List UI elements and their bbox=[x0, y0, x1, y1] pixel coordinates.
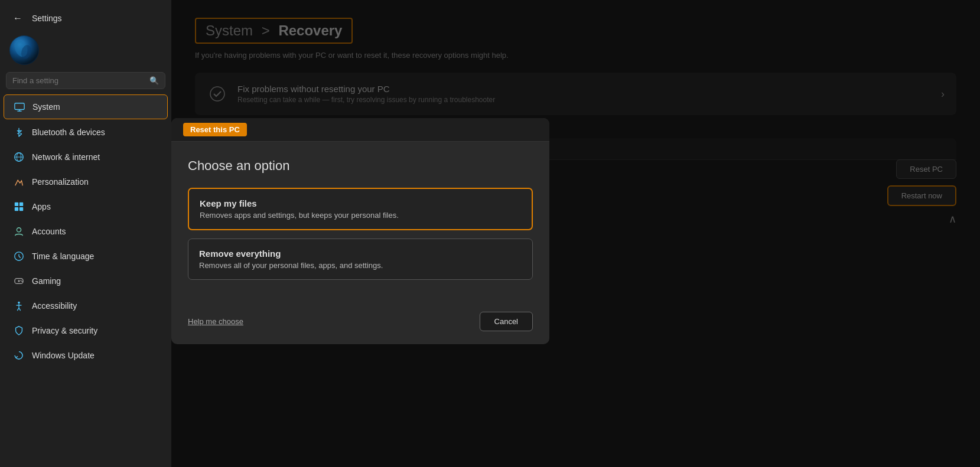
sidebar: ← Settings 🔍 bbox=[0, 0, 171, 467]
svg-line-26 bbox=[19, 308, 21, 311]
modal-overlay: Reset this PC Choose an option Keep my f… bbox=[171, 0, 980, 467]
avatar bbox=[9, 35, 39, 65]
sidebar-item-label-accounts: Accounts bbox=[32, 227, 66, 236]
sidebar-item-bluetooth[interactable]: Bluetooth & devices bbox=[4, 120, 168, 144]
main-content: System > Recovery If you're having probl… bbox=[171, 0, 980, 467]
sidebar-item-label-bluetooth: Bluetooth & devices bbox=[32, 128, 105, 137]
sidebar-item-label-system: System bbox=[32, 102, 60, 112]
option-remove-everything-desc: Removes all of your personal files, apps… bbox=[199, 261, 522, 270]
avatar-area bbox=[0, 28, 171, 72]
time-icon bbox=[13, 250, 25, 262]
back-button[interactable]: ← bbox=[9, 12, 26, 25]
sidebar-item-privacy[interactable]: Privacy & security bbox=[4, 319, 168, 342]
modal-title: Choose an option bbox=[188, 158, 533, 174]
system-icon bbox=[14, 101, 25, 113]
network-icon bbox=[13, 151, 25, 163]
sidebar-item-gaming[interactable]: Gaming bbox=[4, 269, 168, 293]
help-me-choose-link[interactable]: Help me choose bbox=[188, 317, 243, 326]
sidebar-item-apps[interactable]: Apps bbox=[4, 195, 168, 218]
search-box[interactable]: 🔍 bbox=[6, 72, 165, 89]
sidebar-item-time[interactable]: Time & language bbox=[4, 244, 168, 268]
svg-rect-9 bbox=[15, 203, 18, 206]
svg-rect-3 bbox=[15, 103, 24, 110]
apps-icon bbox=[13, 201, 25, 213]
cancel-button[interactable]: Cancel bbox=[480, 312, 533, 331]
sidebar-item-accounts[interactable]: Accounts bbox=[4, 220, 168, 243]
svg-line-25 bbox=[17, 308, 19, 311]
sidebar-item-accessibility[interactable]: Accessibility bbox=[4, 294, 168, 318]
option-remove-everything-title: Remove everything bbox=[199, 249, 522, 259]
svg-rect-12 bbox=[19, 207, 23, 211]
svg-point-20 bbox=[21, 280, 22, 281]
svg-rect-10 bbox=[19, 203, 23, 206]
svg-point-21 bbox=[21, 281, 22, 282]
reset-modal: Reset this PC Choose an option Keep my f… bbox=[171, 118, 549, 344]
sidebar-item-label-apps: Apps bbox=[32, 202, 51, 211]
svg-rect-11 bbox=[15, 207, 18, 211]
sidebar-item-update[interactable]: Windows Update bbox=[4, 344, 168, 367]
accounts-icon bbox=[13, 226, 25, 237]
sidebar-item-system[interactable]: System bbox=[4, 94, 168, 119]
modal-tab-bar: Reset this PC bbox=[171, 118, 549, 142]
sidebar-item-label-personalization: Personalization bbox=[32, 177, 89, 187]
modal-footer: Help me choose Cancel bbox=[171, 302, 549, 344]
option-keep-files-title: Keep my files bbox=[200, 198, 521, 208]
option-keep-files[interactable]: Keep my files Removes apps and settings,… bbox=[188, 188, 533, 230]
sidebar-item-personalization[interactable]: Personalization bbox=[4, 170, 168, 194]
search-icon: 🔍 bbox=[149, 76, 159, 85]
accessibility-icon bbox=[13, 300, 25, 312]
search-input[interactable] bbox=[12, 76, 145, 85]
bluetooth-icon bbox=[13, 126, 25, 138]
option-keep-files-desc: Removes apps and settings, but keeps you… bbox=[200, 211, 521, 220]
app-title: Settings bbox=[32, 14, 62, 23]
personalization-icon bbox=[13, 176, 25, 188]
sidebar-item-label-time: Time & language bbox=[32, 252, 94, 261]
option-remove-everything[interactable]: Remove everything Removes all of your pe… bbox=[188, 239, 533, 280]
sidebar-title-row: ← Settings bbox=[0, 6, 171, 28]
svg-point-22 bbox=[18, 302, 20, 304]
sidebar-item-label-accessibility: Accessibility bbox=[32, 301, 77, 311]
sidebar-item-label-update: Windows Update bbox=[32, 351, 95, 360]
sidebar-item-label-gaming: Gaming bbox=[32, 276, 61, 286]
sidebar-item-label-network: Network & internet bbox=[32, 152, 100, 162]
privacy-icon bbox=[13, 325, 25, 337]
svg-point-13 bbox=[17, 228, 21, 232]
gaming-icon bbox=[13, 275, 25, 287]
sidebar-item-label-privacy: Privacy & security bbox=[32, 326, 97, 335]
update-icon bbox=[13, 350, 25, 361]
sidebar-item-network[interactable]: Network & internet bbox=[4, 145, 168, 169]
modal-tab-reset-pc[interactable]: Reset this PC bbox=[183, 123, 247, 136]
modal-body: Choose an option Keep my files Removes a… bbox=[171, 142, 549, 302]
svg-line-16 bbox=[19, 256, 21, 258]
